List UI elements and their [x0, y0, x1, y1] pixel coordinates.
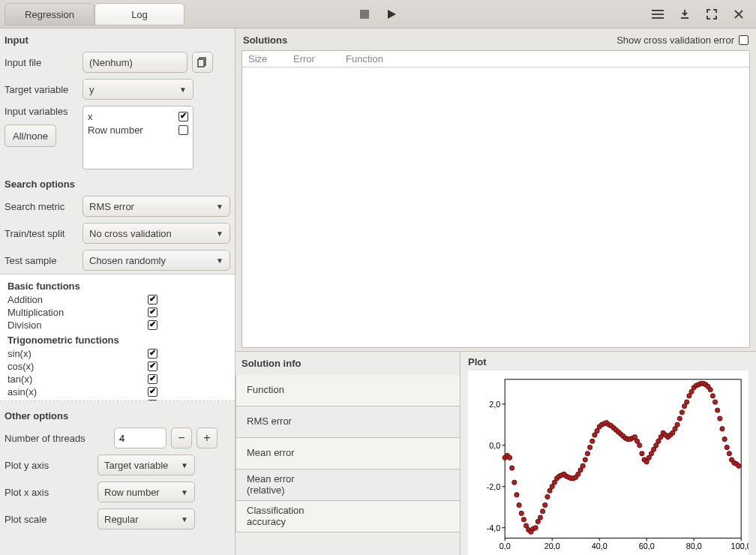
- toolbar: Regression Log: [0, 0, 756, 28]
- svg-point-120: [720, 427, 724, 431]
- svg-point-119: [718, 416, 722, 421]
- svg-text:80,0: 80,0: [686, 542, 702, 550]
- ploty-combo[interactable]: Target variable▼: [98, 454, 195, 476]
- checkbox-add[interactable]: [148, 295, 158, 304]
- svg-point-62: [583, 458, 587, 462]
- input-heading: Input: [0, 28, 235, 49]
- svg-text:-4,0: -4,0: [487, 524, 501, 532]
- functions-panel[interactable]: Basic functions Addition Multiplication …: [0, 274, 235, 401]
- svg-point-31: [510, 466, 514, 470]
- close-icon[interactable]: [732, 8, 746, 21]
- info-mean-rel: Mean error (relative): [247, 474, 295, 496]
- checkbox-sin[interactable]: [148, 349, 158, 358]
- svg-rect-3: [652, 14, 664, 15]
- svg-point-30: [507, 455, 512, 460]
- download-icon[interactable]: [678, 8, 692, 21]
- plotx-combo[interactable]: Row number▼: [98, 482, 195, 502]
- split-combo[interactable]: No cross validation▼: [82, 223, 230, 244]
- all-none-button[interactable]: All/none: [4, 124, 56, 147]
- svg-rect-6: [198, 59, 204, 67]
- svg-marker-1: [388, 10, 396, 19]
- col-func[interactable]: Function: [340, 53, 749, 64]
- checkbox-tan[interactable]: [148, 374, 158, 384]
- svg-text:100,0: 100,0: [731, 542, 748, 550]
- input-vars-label: Input variables: [4, 106, 78, 117]
- threads-input[interactable]: [114, 428, 166, 448]
- input-file-button[interactable]: (Nenhum): [82, 52, 188, 73]
- input-vars-list[interactable]: x Row number: [82, 106, 194, 170]
- plot-panel: Plot -4,0-2,00,02,00,020,040,060,080,010…: [460, 352, 756, 555]
- svg-point-41: [533, 526, 538, 530]
- svg-rect-7: [505, 380, 741, 538]
- checkbox-x[interactable]: [178, 112, 188, 122]
- solution-info-panel: Solution info Function RMS error Mean er…: [236, 352, 460, 555]
- ploty-label: Plot y axis: [4, 460, 93, 471]
- svg-point-64: [587, 445, 592, 449]
- svg-point-121: [722, 436, 727, 441]
- sample-combo[interactable]: Chosen randomly▼: [82, 250, 230, 271]
- plotscale-combo[interactable]: Regular▼: [98, 508, 195, 530]
- svg-point-32: [512, 480, 517, 484]
- other-heading: Other options: [4, 404, 230, 424]
- target-var-combo[interactable]: y▼: [82, 79, 194, 100]
- solutions-heading: Solutions: [243, 34, 616, 46]
- svg-point-34: [517, 502, 521, 507]
- cross-checkbox[interactable]: [739, 35, 748, 45]
- trig-funcs-heading: Trigonometric functions: [8, 334, 229, 346]
- svg-point-101: [675, 422, 680, 427]
- col-error[interactable]: Error: [287, 53, 340, 64]
- info-mean: Mean error: [247, 448, 295, 459]
- svg-rect-4: [652, 17, 664, 19]
- svg-point-61: [580, 464, 585, 468]
- checkbox-rownum[interactable]: [178, 125, 188, 135]
- fullscreen-icon[interactable]: [705, 8, 718, 21]
- plotx-label: Plot x axis: [4, 487, 93, 498]
- metric-label: Search metric: [4, 201, 78, 212]
- metric-combo[interactable]: RMS error▼: [82, 196, 230, 217]
- threads-plus[interactable]: +: [196, 428, 218, 448]
- play-icon[interactable]: [385, 8, 398, 21]
- svg-point-103: [680, 410, 684, 415]
- stop-icon[interactable]: [358, 8, 371, 21]
- checkbox-cos[interactable]: [148, 362, 158, 371]
- col-size[interactable]: Size: [242, 53, 287, 64]
- svg-text:60,0: 60,0: [639, 542, 655, 550]
- svg-point-115: [708, 387, 712, 392]
- svg-point-105: [685, 400, 689, 404]
- svg-point-36: [521, 518, 526, 522]
- svg-point-65: [590, 439, 595, 443]
- svg-text:0,0: 0,0: [500, 542, 511, 550]
- checkbox-mult[interactable]: [148, 308, 158, 317]
- solutions-table[interactable]: Size Error Function: [242, 50, 750, 348]
- basic-funcs-heading: Basic functions: [8, 280, 229, 292]
- solution-info-heading: Solution info: [236, 352, 460, 375]
- svg-point-63: [585, 452, 590, 456]
- checkbox-div[interactable]: [148, 320, 158, 330]
- plot-area[interactable]: -4,0-2,00,02,00,020,040,060,080,0100,0: [468, 370, 748, 555]
- svg-rect-2: [652, 10, 664, 11]
- paste-button[interactable]: [192, 52, 213, 73]
- svg-point-86: [640, 452, 644, 456]
- tab-regression[interactable]: Regression: [4, 3, 94, 26]
- svg-point-123: [727, 452, 731, 456]
- svg-point-85: [638, 443, 642, 448]
- svg-text:40,0: 40,0: [592, 542, 608, 550]
- svg-text:2,0: 2,0: [489, 400, 500, 409]
- svg-rect-0: [360, 10, 369, 19]
- svg-text:0,0: 0,0: [489, 441, 500, 450]
- svg-point-122: [724, 445, 729, 449]
- checkbox-asin[interactable]: [148, 387, 158, 397]
- sample-label: Test sample: [4, 255, 78, 266]
- menu-icon[interactable]: [651, 8, 664, 21]
- svg-point-117: [712, 400, 717, 404]
- split-label: Train/test split: [4, 228, 78, 239]
- svg-point-116: [710, 394, 715, 398]
- svg-point-118: [716, 408, 720, 412]
- threads-minus[interactable]: −: [171, 428, 192, 448]
- tab-log[interactable]: Log: [94, 3, 184, 26]
- svg-point-35: [519, 511, 524, 515]
- plot-heading: Plot: [468, 356, 748, 368]
- search-heading: Search options: [0, 172, 235, 193]
- tabs: Regression Log: [4, 3, 184, 26]
- left-panel: Input Input file (Nenhum) Target variabl…: [0, 28, 236, 555]
